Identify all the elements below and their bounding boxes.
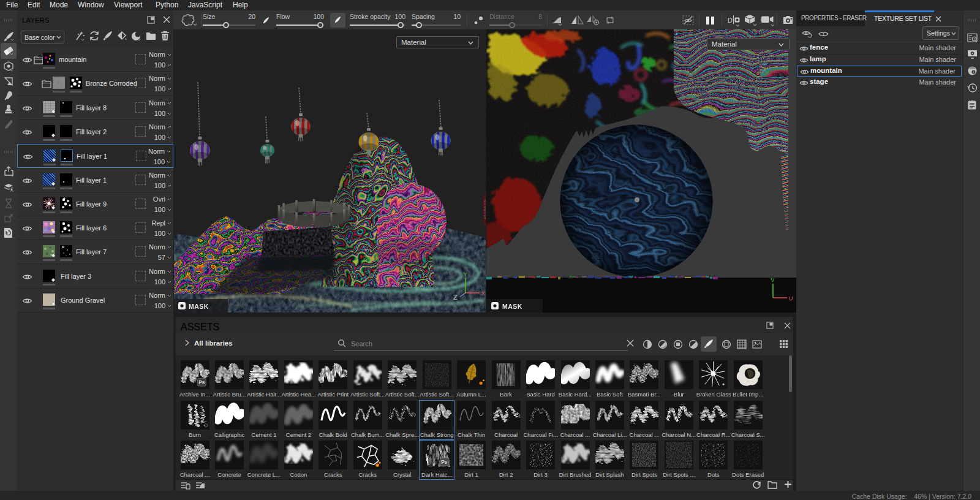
svg-text:1: 1 (822, 32, 824, 37)
svg-text:MASK: MASK (189, 303, 209, 310)
svg-text:Ps: Ps (198, 379, 205, 385)
svg-text:V: V (771, 277, 775, 283)
svg-text:U: U (789, 295, 793, 301)
svg-text:Ps: Ps (441, 459, 448, 465)
svg-text:X: X (481, 290, 485, 297)
svg-text:Z: Z (453, 294, 458, 301)
svg-text:Y: Y (464, 271, 467, 278)
svg-text:D: D (728, 17, 733, 24)
svg-text:MASK: MASK (502, 303, 522, 310)
